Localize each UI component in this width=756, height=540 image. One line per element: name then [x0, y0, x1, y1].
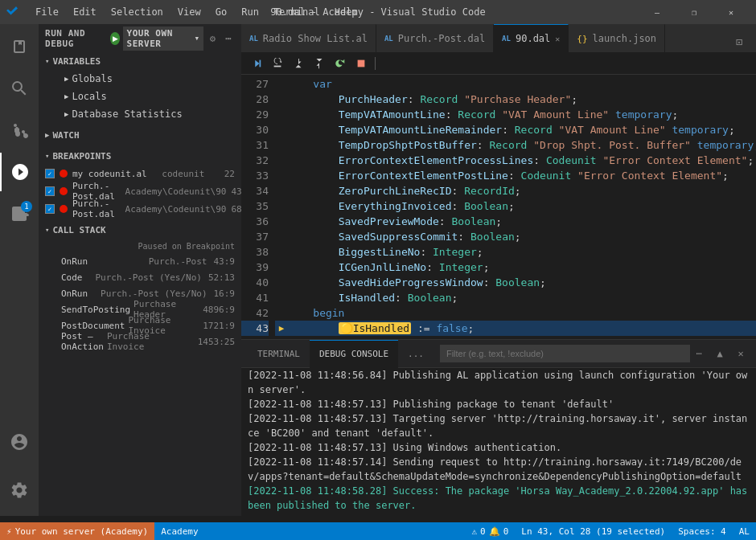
cs-func-5: Post – OnAction	[61, 331, 104, 352]
bp-checkbox-1[interactable]: ✓	[45, 186, 55, 196]
maximize-button[interactable]: ❐	[676, 0, 713, 24]
tab-close-90[interactable]: ✕	[555, 35, 560, 43]
variables-chevron-icon: ▾	[45, 57, 49, 65]
status-server-text: Your own server (Academy)	[15, 526, 149, 537]
debug-stop-button[interactable]	[352, 55, 370, 72]
more-actions-icon[interactable]: ⋯	[222, 31, 235, 47]
debug-icon: ⚡	[6, 526, 12, 537]
code-line-28: PurchHeader: Record "Purchase Header";	[275, 92, 756, 107]
tab-purch-post[interactable]: AL Purch.-Post.dal	[376, 24, 494, 52]
sidebar-item-globals[interactable]: ▶ Globals	[39, 70, 241, 88]
sidebar-item-locals[interactable]: ▶ Locals	[39, 88, 241, 105]
cs-line-4: 1721:9	[203, 321, 235, 331]
settings-activity-icon[interactable]	[0, 471, 39, 509]
settings-gear-icon[interactable]: ⚙	[207, 31, 220, 47]
code-content[interactable]: var PurchHeader: Record "Purchase Header…	[275, 75, 756, 339]
callstack-item-5[interactable]: Post – OnAction Purchase Invoice 1453:25	[39, 333, 241, 350]
debug-step-into-button[interactable]	[290, 55, 307, 72]
debug-continue-button[interactable]	[248, 55, 265, 72]
split-editor-button[interactable]: ⊡	[729, 31, 750, 52]
status-debug-server[interactable]: ⚡ Your own server (Academy)	[0, 522, 154, 540]
bp-checkbox-0[interactable]: ✓	[45, 169, 55, 178]
code-line-27: var	[275, 76, 756, 92]
bp-dot-0	[60, 170, 68, 178]
status-academy-text: Academy	[161, 526, 198, 537]
panel-maximize-icon[interactable]: ▲	[711, 345, 729, 362]
menu-go[interactable]: Go	[209, 5, 233, 19]
code-line-40: SavedHideProgressWindow: Boolean;	[275, 275, 756, 290]
paused-label: Paused on Breakpoint	[138, 242, 235, 251]
panel-close-icon[interactable]: ✕	[732, 345, 750, 362]
status-position[interactable]: Ln 43, Col 28 (19 selected)	[515, 522, 672, 540]
callstack-section-header[interactable]: ▾ CALL STACK	[39, 221, 241, 239]
bp-file-2: Purch.-Post.dal	[72, 198, 115, 219]
console-line: [2022-11-08 11:48:57.13] Targeting serve…	[248, 411, 750, 440]
status-academy[interactable]: Academy	[154, 522, 204, 540]
cs-file-2: Purch.-Post (Yes/No)	[101, 288, 207, 299]
menu-run[interactable]: Run	[235, 5, 265, 19]
menu-file[interactable]: File	[29, 5, 65, 19]
run-debug-activity-icon[interactable]	[0, 153, 39, 191]
filter-input[interactable]	[440, 345, 690, 362]
close-button[interactable]: ✕	[713, 0, 750, 24]
source-control-activity-icon[interactable]	[0, 111, 39, 149]
breakpoint-item-2[interactable]: ✓ Purch.-Post.dal Academy\Codeunit\90 68	[39, 200, 241, 218]
debug-step-over-button[interactable]	[269, 55, 286, 72]
code-line-30: TempVATAmountLineRemainder: Record "VAT …	[275, 122, 756, 137]
bp-line-0: 22	[224, 169, 235, 179]
run-debug-label: Run and Debug	[45, 28, 105, 49]
server-select[interactable]: Your own server ▾	[123, 27, 203, 51]
cs-line-1: 52:13	[208, 272, 235, 283]
breakpoint-item-0[interactable]: ✓ my codeunit.al codeunit 22	[39, 165, 241, 182]
cs-func-4: PostDocument	[61, 321, 125, 331]
panel-tabs: TERMINAL DEBUG CONSOLE ... ⋯ ▲ ✕	[241, 340, 756, 368]
minimize-button[interactable]: —	[639, 0, 676, 24]
bp-path-1: Academy\Codeunit\90	[120, 186, 226, 197]
panel-more-actions-icon[interactable]: ⋯	[690, 345, 708, 362]
breakpoints-section-header[interactable]: ▾ BREAKPOINTS	[39, 147, 241, 165]
status-errors[interactable]: ⚠ 0 🔔 0	[465, 522, 515, 540]
globals-label: Globals	[72, 73, 113, 84]
cs-file-1: Purch.-Post (Yes/No)	[95, 272, 201, 283]
code-line-33: ErrorContextElementPostLine: Codeunit "E…	[275, 168, 756, 183]
debug-restart-button[interactable]	[331, 55, 349, 72]
extensions-activity-icon[interactable]: 1	[0, 194, 39, 233]
watch-section-header[interactable]: ▶ WATCH	[39, 126, 241, 144]
explorer-activity-icon[interactable]	[0, 27, 39, 66]
callstack-item-0[interactable]: OnRun Purch.-Post 43:9	[39, 253, 241, 269]
tab-90-dal[interactable]: AL 90.dal ✕	[494, 24, 569, 52]
breakpoint-item-1[interactable]: ✓ Purch.-Post.dal Academy\Codeunit\90 43	[39, 182, 241, 200]
status-right: ⚠ 0 🔔 0 Ln 43, Col 28 (19 selected) Spac…	[465, 522, 756, 540]
variables-section-header[interactable]: ▾ VARIABLES	[39, 52, 241, 70]
tab-label-purch: Purch.-Post.dal	[398, 33, 485, 44]
status-language[interactable]: AL	[733, 522, 756, 540]
menu-view[interactable]: View	[171, 5, 207, 19]
menu-selection[interactable]: Selection	[105, 5, 170, 19]
debug-step-out-button[interactable]	[310, 55, 328, 72]
db-stats-chevron-icon: ▶	[64, 110, 68, 118]
account-activity-icon[interactable]	[0, 423, 39, 461]
console-line: [2022-11-08 11:48:56.84] Publishing AL a…	[248, 368, 750, 397]
tab-label-radio-show: Radio Show List.al	[263, 33, 368, 44]
panel-tab-debug-console[interactable]: DEBUG CONSOLE	[310, 340, 398, 368]
start-debug-button[interactable]: ▶	[110, 32, 121, 45]
panel-tab-more[interactable]: ...	[398, 340, 433, 368]
tab-radio-show[interactable]: AL Radio Show List.al	[241, 24, 376, 52]
search-activity-icon[interactable]	[0, 69, 39, 108]
bp-checkbox-2[interactable]: ✓	[45, 204, 55, 214]
code-editor[interactable]: 27 28 29 30 31 32 33 34 35 36 37 38 39 4…	[241, 75, 756, 339]
callstack-item-1[interactable]: Code Purch.-Post (Yes/No) 52:13	[39, 269, 241, 285]
panel-tab-terminal[interactable]: TERMINAL	[248, 340, 310, 368]
code-line-41: IsHandled: Boolean;	[275, 290, 756, 305]
sidebar-item-db-stats[interactable]: ▶ Database Statistics	[39, 105, 241, 123]
breakpoints-chevron-icon: ▾	[45, 152, 49, 160]
menu-edit[interactable]: Edit	[67, 5, 103, 19]
tab-launch[interactable]: {} launch.json	[569, 24, 665, 52]
code-line-34: ZeroPurchLineRecID: RecordId;	[275, 183, 756, 198]
bp-line-2: 68	[231, 204, 241, 215]
bp-type-0	[152, 169, 158, 179]
sidebar-run-debug-header: Run and Debug ▶ Your own server ▾ ⚙ ⋯	[39, 24, 241, 52]
cs-line-3: 4896:9	[203, 305, 235, 315]
status-spaces[interactable]: Spaces: 4	[672, 522, 733, 540]
panel-tab-actions: ⋯ ▲ ✕	[690, 345, 750, 362]
